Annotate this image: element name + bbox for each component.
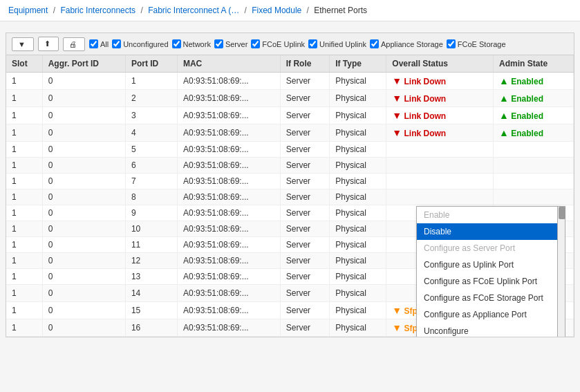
cell-aggrportid: 0 bbox=[42, 221, 125, 237]
filter-checkbox-fcoe-storage[interactable] bbox=[447, 39, 456, 48]
advanced-filter-button[interactable]: ▼ bbox=[12, 37, 34, 51]
table-row[interactable]: 103A0:93:51:08:69:...ServerPhysical▼ Lin… bbox=[6, 107, 574, 124]
cell-portid: 1 bbox=[125, 73, 177, 90]
section-title bbox=[6, 24, 574, 32]
cell-aggrportid: 0 bbox=[42, 142, 125, 158]
cell-mac: A0:93:51:08:69:... bbox=[177, 174, 280, 189]
filter-checkbox-fcoe-uplink[interactable] bbox=[251, 39, 260, 48]
filter-checkbox-network[interactable] bbox=[172, 39, 181, 48]
cell-aggrportid: 0 bbox=[42, 107, 125, 124]
cell-slot: 1 bbox=[6, 237, 42, 253]
table-row[interactable]: 105A0:93:51:08:69:...ServerPhysical bbox=[6, 142, 574, 158]
table-row[interactable]: 106A0:93:51:08:69:...ServerPhysical bbox=[6, 158, 574, 174]
breadcrumb-link-1[interactable]: Fabric Interconnects bbox=[60, 6, 135, 15]
cell-status: ▼ Link Down bbox=[386, 90, 494, 107]
cell-slot: 1 bbox=[6, 90, 42, 107]
cell-aggrportid: 0 bbox=[42, 285, 125, 302]
filter-tag-appliance[interactable]: Appliance Storage bbox=[370, 39, 443, 48]
filter-label-fcoe-uplink: FCoE Uplink bbox=[262, 40, 305, 48]
breadcrumb-link-0[interactable]: Equipment bbox=[8, 6, 48, 15]
cell-portid: 14 bbox=[125, 285, 177, 302]
cell-portid: 15 bbox=[125, 302, 177, 319]
cell-aggrportid: 0 bbox=[42, 253, 125, 269]
table-row[interactable]: 104A0:93:51:08:69:...ServerPhysical▼ Lin… bbox=[6, 124, 574, 142]
cell-portid: 5 bbox=[125, 142, 177, 158]
context-menu-item-2: Configure as Server Port bbox=[417, 240, 559, 256]
cell-ifrole: Server bbox=[280, 205, 329, 221]
cell-mac: A0:93:51:08:69:... bbox=[177, 158, 280, 174]
context-menu-item-3[interactable]: Configure as Uplink Port bbox=[417, 256, 559, 273]
cell-iftype: Physical bbox=[330, 107, 386, 124]
filter-tag-all[interactable]: All bbox=[89, 39, 109, 48]
breadcrumb-link-3[interactable]: Fixed Module bbox=[252, 6, 301, 15]
col-header-if-role: If Role bbox=[280, 55, 329, 73]
filter-checkbox-appliance[interactable] bbox=[370, 39, 379, 48]
export-button[interactable]: ⬆ bbox=[38, 37, 59, 51]
print-button[interactable]: 🖨 bbox=[63, 37, 85, 51]
cell-portid: 7 bbox=[125, 174, 177, 189]
cell-iftype: Physical bbox=[330, 237, 386, 253]
table-row[interactable]: 108A0:93:51:08:69:...ServerPhysical bbox=[6, 189, 574, 205]
cell-ifrole: Server bbox=[280, 319, 329, 337]
admin-label: Enabled bbox=[511, 94, 543, 104]
cell-slot: 1 bbox=[6, 107, 42, 124]
cell-portid: 3 bbox=[125, 107, 177, 124]
cell-aggrportid: 0 bbox=[42, 73, 125, 90]
context-menu-scrollbar[interactable] bbox=[557, 206, 565, 337]
col-header-aggr-port-id: Aggr. Port ID bbox=[42, 55, 125, 73]
context-menu-item-5[interactable]: Configure as FCoE Storage Port bbox=[417, 290, 559, 306]
filter-tag-fcoe-uplink[interactable]: FCoE Uplink bbox=[251, 39, 305, 48]
filter-tag-unified[interactable]: Unified Uplink bbox=[308, 39, 366, 48]
filter-tag-unconfigured[interactable]: Unconfigured bbox=[112, 39, 168, 48]
cell-mac: A0:93:51:08:69:... bbox=[177, 285, 280, 302]
filter-checkbox-all[interactable] bbox=[89, 39, 98, 48]
cell-ifrole: Server bbox=[280, 174, 329, 189]
status-down-icon: ▼ bbox=[392, 93, 402, 104]
context-menu-item-7[interactable]: Unconfigure bbox=[417, 323, 559, 337]
status-down-icon: ▼ bbox=[392, 75, 402, 86]
filter-label-fcoe-storage: FCoE Storage bbox=[458, 40, 506, 48]
cell-portid: 9 bbox=[125, 205, 177, 221]
cell-mac: A0:93:51:08:69:... bbox=[177, 319, 280, 337]
cell-slot: 1 bbox=[6, 285, 42, 302]
cell-ifrole: Server bbox=[280, 73, 329, 90]
filter-tag-fcoe-storage[interactable]: FCoE Storage bbox=[447, 39, 506, 48]
filter-tag-server[interactable]: Server bbox=[214, 39, 247, 48]
breadcrumb-separator: / bbox=[50, 6, 57, 15]
cell-slot: 1 bbox=[6, 189, 42, 205]
cell-mac: A0:93:51:08:69:... bbox=[177, 205, 280, 221]
cell-slot: 1 bbox=[6, 253, 42, 269]
table-row[interactable]: 101A0:93:51:08:69:...ServerPhysical▼ Lin… bbox=[6, 73, 574, 90]
status-down-icon: ▼ bbox=[392, 127, 402, 138]
filter-checkbox-server[interactable] bbox=[214, 39, 223, 48]
col-header-if-type: If Type bbox=[330, 55, 386, 73]
col-header-admin-state: Admin State bbox=[494, 55, 574, 73]
table-row[interactable]: 107A0:93:51:08:69:...ServerPhysical bbox=[6, 174, 574, 189]
context-menu-item-6[interactable]: Configure as Appliance Port bbox=[417, 306, 559, 323]
table-row[interactable]: 102A0:93:51:08:69:...ServerPhysical▼ Lin… bbox=[6, 90, 574, 107]
cell-status bbox=[386, 142, 494, 158]
cell-portid: 2 bbox=[125, 90, 177, 107]
filter-checkbox-unconfigured[interactable] bbox=[112, 39, 121, 48]
filter-checkbox-unified[interactable] bbox=[308, 39, 317, 48]
cell-iftype: Physical bbox=[330, 189, 386, 205]
cell-portid: 8 bbox=[125, 189, 177, 205]
admin-label: Enabled bbox=[511, 129, 543, 138]
filter-tag-network[interactable]: Network bbox=[172, 39, 211, 48]
cell-aggrportid: 0 bbox=[42, 158, 125, 174]
toolbar: ▼ ⬆ 🖨 AllUnconfiguredNetworkServerFCoE U… bbox=[6, 32, 574, 55]
cell-ifrole: Server bbox=[280, 124, 329, 142]
cell-aggrportid: 0 bbox=[42, 189, 125, 205]
cell-status: ▼ Link Down bbox=[386, 73, 494, 90]
status-label: Link Down bbox=[404, 111, 447, 121]
status-label: Link Down bbox=[404, 129, 447, 138]
cell-admin-state: ▲ Enabled bbox=[494, 73, 574, 90]
status-warning-icon: ▼ bbox=[392, 322, 402, 333]
cell-iftype: Physical bbox=[330, 269, 386, 285]
context-menu-item-1[interactable]: Disable bbox=[417, 223, 559, 240]
context-menu-item-4[interactable]: Configure as FCoE Uplink Port bbox=[417, 273, 559, 290]
breadcrumb-link-2[interactable]: Fabric Interconnect A (… bbox=[148, 6, 239, 15]
cell-iftype: Physical bbox=[330, 302, 386, 319]
cell-mac: A0:93:51:08:69:... bbox=[177, 73, 280, 90]
cell-admin-state: ▲ Enabled bbox=[494, 90, 574, 107]
